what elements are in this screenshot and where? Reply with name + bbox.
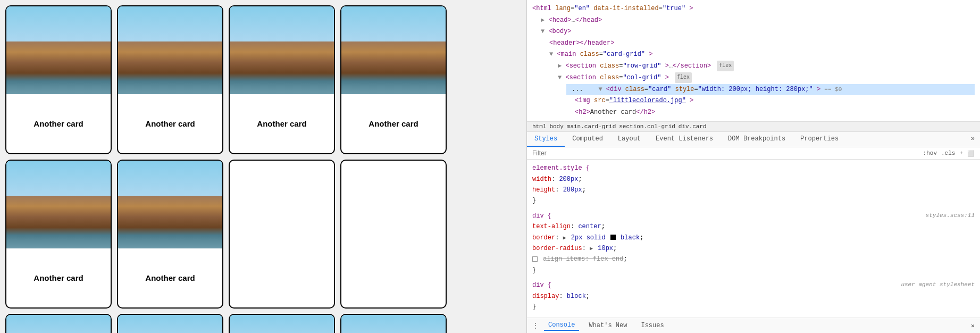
- html-tag: <html: [532, 5, 551, 12]
- css-prop-align-items: align-items: flex-end;: [532, 254, 975, 264]
- card-image-12: [341, 315, 446, 333]
- add-rule-button[interactable]: +: [959, 150, 963, 156]
- tab-layout[interactable]: Layout: [610, 132, 648, 147]
- css-selector-div-ua: div { user agent stylesheet: [532, 280, 975, 290]
- card-row-2: Another card Another card: [5, 160, 521, 309]
- bottom-bar: ⋮ Console What's New Issues ✕: [527, 318, 980, 333]
- tab-styles[interactable]: Styles: [527, 132, 565, 147]
- card-7[interactable]: [229, 160, 335, 309]
- devtools-panel: <html lang="en" data-it-installed="true"…: [526, 0, 980, 333]
- bottom-bar-close-button[interactable]: ✕: [971, 322, 975, 330]
- card-row-1: Another card Another card Anothe: [5, 5, 521, 154]
- html-line-1: <html lang="en" data-it-installed="true"…: [532, 3, 975, 15]
- html-attr-lang: lang: [555, 5, 571, 12]
- card-title-3: Another card: [230, 94, 334, 153]
- hov-button[interactable]: :hov: [923, 150, 937, 156]
- css-close-brace-1: }: [532, 195, 975, 206]
- card-11[interactable]: [229, 314, 335, 333]
- card-title-7: [230, 161, 334, 307]
- html-tree: <html lang="en" data-it-installed="true"…: [527, 0, 980, 122]
- bottom-tab-whats-new[interactable]: What's New: [584, 321, 631, 330]
- css-prop-border: border: ▶ 2px solid black;: [532, 232, 975, 243]
- css-prop-width: width: 200px;: [532, 174, 975, 185]
- css-close-brace-3: }: [532, 302, 975, 312]
- html-line-5: ▼ <main class="card-grid" >: [549, 49, 975, 61]
- card-title-1: Another card: [6, 94, 111, 153]
- styles-content: element.style { width: 200px; height: 28…: [527, 160, 980, 318]
- breadcrumb-section[interactable]: section.col-grid: [619, 123, 675, 130]
- card-10[interactable]: [117, 314, 223, 333]
- card-title-6: Another card: [118, 248, 222, 307]
- css-prop-height: height: 280px;: [532, 185, 975, 195]
- html-line-4: <header></header>: [549, 38, 975, 49]
- breadcrumb: html body main.card-grid section.col-gri…: [527, 122, 980, 132]
- tab-more-chevron[interactable]: »: [966, 132, 980, 147]
- css-block-div-styles: div { styles.scss:11 text-align: center;…: [532, 211, 975, 276]
- card-title-5: Another card: [6, 248, 111, 307]
- css-prop-border-radius: border-radius: ▶ 10px;: [532, 243, 975, 254]
- breadcrumb-body[interactable]: body: [549, 123, 563, 130]
- html-line-2: ▶ <head>…</head>: [541, 15, 975, 27]
- html-line-9: <img src="littlecolorado.jpg" >: [575, 95, 975, 107]
- tab-event-listeners[interactable]: Event Listeners: [648, 132, 721, 147]
- toggle-sidebar-button[interactable]: ⬜: [967, 150, 975, 157]
- filter-right: :hov .cls + ⬜: [923, 150, 975, 157]
- cls-button[interactable]: .cls: [941, 150, 955, 156]
- card-image-5: [6, 161, 111, 248]
- css-close-brace-2: }: [532, 265, 975, 276]
- card-grid-panel: Another card Another card Anothe: [0, 0, 526, 333]
- card-title-8: [341, 161, 446, 307]
- card-title-4: Another card: [341, 94, 446, 153]
- card-image-2: [118, 6, 222, 94]
- card-image-10: [118, 315, 222, 333]
- devtools-tabs: Styles Computed Layout Event Listeners D…: [527, 132, 980, 147]
- tab-dom-breakpoints[interactable]: DOM Breakpoints: [721, 132, 793, 147]
- card-title-2: Another card: [118, 94, 222, 153]
- bottom-bar-menu-icon[interactable]: ⋮: [532, 322, 539, 330]
- bottom-tab-issues[interactable]: Issues: [636, 321, 668, 330]
- border-color-swatch[interactable]: [610, 235, 616, 240]
- css-source-styles-scss[interactable]: styles.scss:11: [926, 211, 975, 221]
- align-items-checkbox[interactable]: [532, 256, 538, 262]
- card-2[interactable]: Another card: [117, 5, 223, 154]
- html-line-10: <h2>Another card</h2>: [575, 107, 975, 119]
- card-12[interactable]: [340, 314, 447, 333]
- card-image-11: [230, 315, 334, 333]
- card-grid: Another card Another card Anothe: [5, 5, 521, 333]
- css-selector-div: div { styles.scss:11: [532, 211, 975, 221]
- card-image-9: [6, 315, 111, 333]
- css-prop-display: display: block;: [532, 291, 975, 302]
- tab-computed[interactable]: Computed: [565, 132, 610, 147]
- html-line-3: ▼ <body>: [541, 26, 975, 38]
- bottom-tab-console[interactable]: Console: [544, 320, 579, 331]
- card-3[interactable]: Another card: [229, 5, 335, 154]
- html-line-8-selected[interactable]: ... ▼ <div class="card" style="width: 20…: [566, 84, 975, 96]
- css-block-element-style: element.style { width: 200px; height: 28…: [532, 163, 975, 206]
- card-image-1: [6, 6, 111, 94]
- html-line-7: ▼ <section class="col-grid" > flex: [558, 72, 975, 84]
- breadcrumb-div[interactable]: div.card: [679, 123, 707, 130]
- card-8[interactable]: [340, 160, 447, 309]
- filter-input[interactable]: [532, 149, 923, 157]
- card-6[interactable]: Another card: [117, 160, 223, 309]
- html-line-6: ▶ <section class="row-grid" >…</section>…: [558, 61, 975, 72]
- css-selector-element-style: element.style {: [532, 163, 975, 173]
- card-image-3: [230, 6, 334, 94]
- css-block-div-useragent: div { user agent stylesheet display: blo…: [532, 280, 975, 312]
- css-source-useragent: user agent stylesheet: [901, 280, 975, 290]
- filter-bar: :hov .cls + ⬜: [527, 147, 980, 160]
- card-4[interactable]: Another card: [340, 5, 447, 154]
- card-1[interactable]: Another card: [5, 5, 112, 154]
- tab-properties[interactable]: Properties: [793, 132, 846, 147]
- css-prop-text-align: text-align: center;: [532, 221, 975, 232]
- breadcrumb-html[interactable]: html: [532, 123, 546, 130]
- card-5[interactable]: Another card: [5, 160, 112, 309]
- card-9[interactable]: [5, 314, 112, 333]
- card-image-4: [341, 6, 446, 94]
- breadcrumb-main[interactable]: main.card-grid: [567, 123, 616, 130]
- card-row-3: [5, 314, 521, 333]
- card-image-6: [118, 161, 222, 248]
